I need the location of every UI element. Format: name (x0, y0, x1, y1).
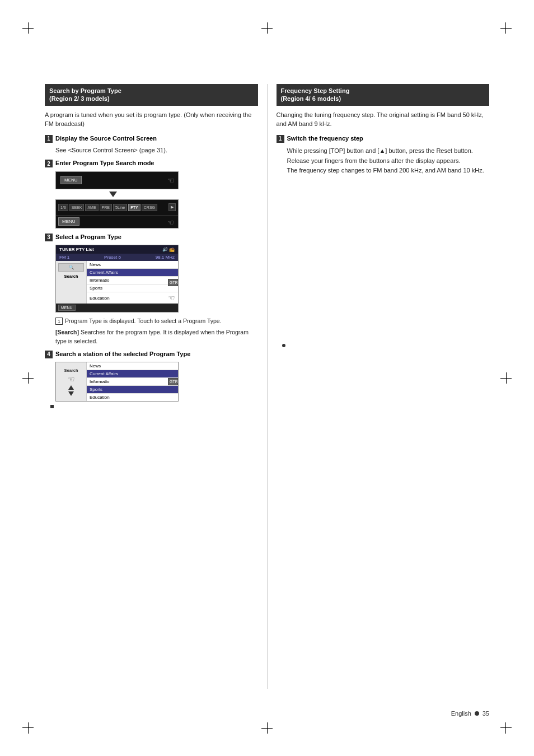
right-step-1-number: 1 (277, 135, 284, 143)
pty-menu-btn: MENU (58, 305, 76, 311)
left-intro: A program is tuned when you set its prog… (45, 110, 258, 129)
search-label: Search (64, 368, 78, 373)
cross-left (22, 372, 34, 384)
pty-menu-bar: MENU (56, 304, 178, 312)
left-title-line1: Search by Program Type (49, 87, 121, 94)
tab-seek: SEEK (69, 204, 85, 211)
pty-header: TUNER PTY List 🔊 📻 (56, 245, 178, 254)
search-item-information: Informatio (87, 378, 178, 386)
pty-subheader: FM 1 Preset 6 98.1 MHz (56, 254, 178, 261)
tab-ame: AME (85, 204, 98, 211)
cross-right (500, 372, 512, 384)
right-column: Frequency Step Setting (Region 4/ 6 mode… (268, 84, 490, 689)
step-1-number: 1 (45, 135, 53, 143)
tab-pre: PRE (100, 204, 112, 211)
step-3-note1: 1 Program Type is displayed. Touch to se… (55, 317, 258, 325)
language-label: English (451, 710, 471, 717)
search-list: News Current Affairs Informatio Sports E… (87, 362, 178, 401)
pty-screen: TUNER PTY List 🔊 📻 FM 1 Preset 6 98.1 MH… (55, 245, 179, 312)
pty-title: TUNER PTY List (59, 247, 94, 252)
step-3-number: 3 (45, 234, 53, 241)
left-title-line2: (Region 2/ 3 models) (49, 95, 110, 102)
right-title-line1: Frequency Step Setting (281, 87, 350, 94)
pty-ctrl-btn: GTR (168, 279, 178, 286)
step-3-label: Select a Program Type (55, 233, 121, 241)
search-item-sports: Sports (87, 386, 178, 394)
right-section-header: Frequency Step Setting (Region 4/ 6 mode… (277, 84, 490, 106)
right-intro: Changing the tuning frequency step. The … (277, 110, 490, 129)
corner-mark-tl (22, 22, 39, 39)
cross-top (261, 22, 273, 34)
right-step-1-text: While pressing [TOP] button and [▲] butt… (287, 146, 490, 176)
content-area: Search by Program Type (Region 2/ 3 mode… (45, 84, 489, 689)
step-4-number: 4 (45, 351, 53, 358)
corner-mark-bl (22, 717, 39, 734)
step-1-subtext: See <Source Control Screen> (page 31). (55, 146, 258, 155)
note2-body: Searches for the program type. It is dis… (55, 329, 249, 344)
pty-ctrl-panel: GTR (168, 261, 178, 304)
pty-body: 🔍 Search News Current Affairs Informatio… (56, 261, 178, 304)
step-3: 3 Select a Program Type (45, 233, 258, 241)
search-arrow-up (68, 385, 74, 390)
pty-item-education: Education ☜ (87, 292, 178, 304)
bullet-right (282, 344, 490, 347)
step-4: 4 Search a station of the selected Progr… (45, 350, 258, 358)
pty-search-icon: 🔍 (58, 263, 84, 272)
pty-item-sports: Sports (87, 284, 178, 292)
tab-5line: 5Line (113, 204, 127, 211)
down-arrow-between (109, 192, 258, 197)
search-ctrl-panel: GTR (168, 362, 178, 401)
search-item-news: News (87, 362, 178, 370)
pty-left-panel: 🔍 Search (56, 261, 87, 304)
right-step-1-label: Switch the frequency step (287, 134, 363, 143)
pty-freq: 98.1 MHz (156, 255, 175, 260)
hand-cursor-2: ☜ (167, 218, 174, 227)
pty-preset: Preset 6 (104, 255, 121, 260)
pty-search-btn[interactable]: Search (58, 274, 84, 279)
left-section-header: Search by Program Type (Region 2/ 3 mode… (45, 84, 258, 106)
step-1: 1 Display the Source Control Screen (45, 134, 258, 143)
search-arrow-down (68, 391, 74, 396)
search-body: Search ☜ News Current Affairs Informatio… (56, 362, 178, 401)
tab-pty: PTY (128, 204, 140, 211)
cross-bottom (261, 722, 273, 734)
step-2-number: 2 (45, 160, 53, 167)
step-3-note2: [Search] Searches for the program type. … (55, 328, 258, 345)
search-left-panel: Search ☜ (56, 362, 87, 401)
tab-13: 1/3 (58, 204, 68, 211)
right-step-1: 1 Switch the frequency step (277, 134, 490, 143)
step-2-label: Enter Program Type Search mode (55, 159, 154, 167)
corner-mark-br (495, 717, 512, 734)
right-title-line2: (Region 4/ 6 models) (281, 95, 341, 102)
step-2: 2 Enter Program Type Search mode (45, 159, 258, 167)
note2-text: [Search] Searches for the program type. … (55, 328, 258, 345)
hand-cursor-4: ☜ (68, 375, 75, 384)
page-num: 35 (483, 710, 489, 717)
note2-bracket: [Search] (55, 329, 79, 335)
pty-icons: 🔊 📻 (162, 247, 175, 252)
pty-station: FM 1 (59, 255, 69, 260)
page-dot (475, 711, 479, 716)
pty-item-current-affairs: Current Affairs (87, 269, 178, 277)
device-menu-screen-1: MENU ☜ (55, 171, 179, 189)
search-screen: Search ☜ News Current Affairs Informatio… (55, 362, 179, 402)
note1-text: Program Type is displayed. Touch to sele… (65, 317, 222, 325)
pty-list: News Current Affairs Informatio Sports E… (87, 261, 178, 304)
search-ctrl-btn: GTR (168, 378, 178, 385)
hand-cursor-1: ☜ (167, 176, 175, 185)
step-1-label: Display the Source Control Screen (55, 134, 157, 143)
tab-arrow: ▶ (168, 203, 176, 211)
bullet-left (50, 405, 258, 408)
pty-item-information: Informatio (87, 277, 178, 284)
menu-button-2: MENU (58, 217, 79, 226)
corner-mark-tr (495, 22, 512, 39)
page-number-area: English 35 (451, 710, 489, 717)
step-4-label: Search a station of the selected Program… (55, 350, 190, 358)
device-tabs-screen: 1/3 SEEK AME PRE 5Line PTY CRSG ▶ MENU ☜ (55, 199, 179, 228)
note1-box: 1 (55, 318, 63, 325)
tab-crsg: CRSG (142, 204, 157, 211)
search-item-education: Education (87, 394, 178, 401)
search-item-current-affairs: Current Affairs (87, 370, 178, 378)
left-column: Search by Program Type (Region 2/ 3 mode… (45, 84, 268, 689)
menu-button-1: MENU (60, 176, 82, 184)
